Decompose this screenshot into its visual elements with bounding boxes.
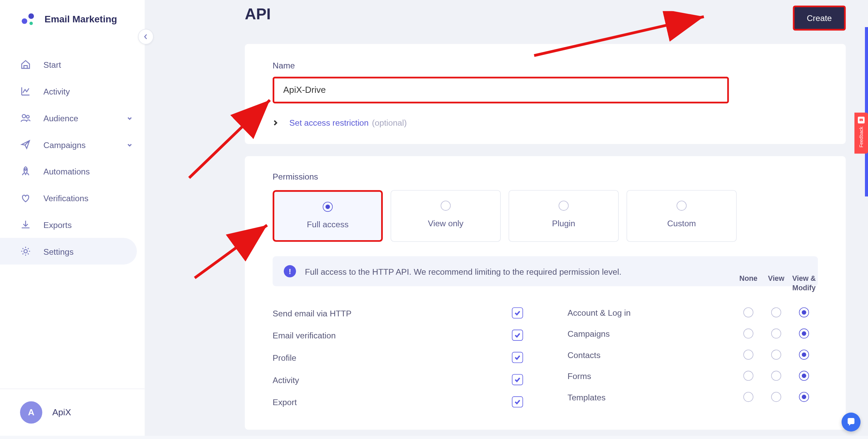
scroll-indicator bbox=[865, 27, 868, 196]
sidebar-item-label: Verifications bbox=[43, 193, 88, 203]
sidebar-item-audience[interactable]: Audience bbox=[0, 105, 145, 131]
send-icon bbox=[20, 139, 31, 150]
access-restriction-row[interactable]: Set access restriction (optional) bbox=[273, 118, 818, 127]
sidebar-item-campaigns[interactable]: Campaigns bbox=[0, 131, 145, 158]
avatar: A bbox=[20, 401, 42, 424]
perm-name: Export bbox=[273, 397, 512, 406]
logo-icon bbox=[20, 11, 37, 28]
sidebar-item-verifications[interactable]: Verifications bbox=[0, 185, 145, 211]
perm-option-label: Custom bbox=[633, 218, 731, 228]
svg-point-3 bbox=[22, 114, 26, 118]
perm-name: Profile bbox=[273, 353, 512, 362]
chat-button[interactable] bbox=[842, 413, 861, 432]
perm-row: Account & Log in bbox=[568, 302, 818, 323]
perm-row: Contacts bbox=[568, 344, 818, 365]
feedback-tab[interactable]: Feedback bbox=[854, 112, 868, 153]
perm-option-label: View only bbox=[397, 218, 495, 228]
info-icon: ! bbox=[284, 265, 296, 277]
perm-name: Email verification bbox=[273, 331, 512, 340]
radio-icon bbox=[676, 201, 687, 211]
sidebar-item-label: Campaigns bbox=[43, 140, 86, 149]
sidebar-item-label: Activity bbox=[43, 86, 70, 96]
sidebar-item-activity[interactable]: Activity bbox=[0, 78, 145, 105]
svg-point-2 bbox=[29, 22, 33, 25]
perm-name: Account & Log in bbox=[568, 308, 734, 317]
feedback-label: Feedback bbox=[859, 127, 864, 147]
heart-icon bbox=[20, 192, 31, 204]
radio[interactable] bbox=[799, 329, 809, 339]
feedback-icon bbox=[858, 117, 865, 123]
perm-row: Campaigns bbox=[568, 323, 818, 344]
perm-row: Activity bbox=[273, 369, 523, 391]
sidebar-item-label: Audience bbox=[43, 113, 78, 123]
sidebar-item-exports[interactable]: Exports bbox=[0, 211, 145, 238]
checkbox[interactable] bbox=[512, 374, 523, 385]
access-restriction-link[interactable]: Set access restriction bbox=[289, 118, 369, 127]
radio[interactable] bbox=[743, 329, 753, 339]
optional-label: (optional) bbox=[372, 118, 407, 127]
create-button[interactable]: Create bbox=[793, 5, 846, 30]
perm-option-view-only[interactable]: View only bbox=[391, 190, 501, 242]
name-input[interactable] bbox=[273, 77, 729, 103]
svg-point-6 bbox=[24, 250, 27, 253]
checkbox[interactable] bbox=[512, 396, 523, 407]
checkbox[interactable] bbox=[512, 330, 523, 341]
name-label: Name bbox=[273, 61, 818, 70]
perm-option-full-access[interactable]: Full access bbox=[273, 190, 383, 242]
radio[interactable] bbox=[743, 371, 753, 381]
radio-icon bbox=[559, 201, 569, 211]
radio[interactable] bbox=[743, 350, 753, 360]
radio[interactable] bbox=[799, 307, 809, 317]
sidebar-item-settings[interactable]: Settings bbox=[0, 238, 137, 265]
perm-option-custom[interactable]: Custom bbox=[627, 190, 737, 242]
chevron-down-icon bbox=[127, 113, 132, 123]
users-icon bbox=[20, 112, 31, 123]
svg-point-5 bbox=[25, 169, 26, 170]
radio[interactable] bbox=[771, 350, 781, 360]
radio[interactable] bbox=[771, 371, 781, 381]
sidebar: Email Marketing StartActivityAudienceCam… bbox=[0, 0, 145, 436]
gear-icon bbox=[20, 246, 31, 257]
perm-name: Campaigns bbox=[568, 329, 734, 338]
radio[interactable] bbox=[771, 329, 781, 339]
perm-name: Templates bbox=[568, 392, 734, 402]
radio[interactable] bbox=[771, 392, 781, 402]
sidebar-item-label: Settings bbox=[43, 247, 74, 256]
info-text: Full access to the HTTP API. We recommen… bbox=[305, 267, 621, 276]
checkbox[interactable] bbox=[512, 352, 523, 363]
page-title: API bbox=[245, 5, 271, 23]
account-row[interactable]: A ApiX bbox=[0, 389, 145, 436]
perm-header: View & Modify bbox=[790, 274, 818, 293]
perm-name: Forms bbox=[568, 371, 734, 380]
sidebar-item-automations[interactable]: Automations bbox=[0, 158, 145, 185]
brand-row: Email Marketing bbox=[0, 0, 145, 35]
checkbox[interactable] bbox=[512, 307, 523, 318]
radio[interactable] bbox=[743, 392, 753, 402]
perm-row: Send email via HTTP bbox=[273, 302, 523, 324]
main-content: API Create Name Set access restriction (… bbox=[145, 0, 868, 436]
collapse-sidebar-button[interactable] bbox=[138, 29, 154, 44]
radio[interactable] bbox=[799, 350, 809, 360]
radio[interactable] bbox=[799, 371, 809, 381]
permissions-label: Permissions bbox=[273, 172, 818, 181]
svg-point-1 bbox=[28, 13, 34, 19]
perm-header: None bbox=[734, 274, 762, 293]
radio-icon bbox=[323, 202, 333, 212]
radio-icon bbox=[441, 201, 451, 211]
perm-row: Forms bbox=[568, 365, 818, 386]
radio[interactable] bbox=[743, 307, 753, 317]
home-icon bbox=[20, 59, 31, 70]
chart-icon bbox=[20, 86, 31, 97]
perm-option-label: Full access bbox=[280, 220, 375, 229]
sidebar-item-start[interactable]: Start bbox=[0, 51, 145, 78]
chevron-down-icon bbox=[127, 140, 132, 149]
radio[interactable] bbox=[799, 392, 809, 402]
perm-row: Templates bbox=[568, 386, 818, 407]
perm-name: Send email via HTTP bbox=[273, 308, 512, 318]
perm-option-plugin[interactable]: Plugin bbox=[509, 190, 619, 242]
sidebar-nav: StartActivityAudienceCampaignsAutomation… bbox=[0, 51, 145, 265]
perm-row: Export bbox=[273, 391, 523, 413]
radio[interactable] bbox=[771, 307, 781, 317]
account-name: ApiX bbox=[52, 407, 71, 418]
perm-header: View bbox=[762, 274, 790, 293]
